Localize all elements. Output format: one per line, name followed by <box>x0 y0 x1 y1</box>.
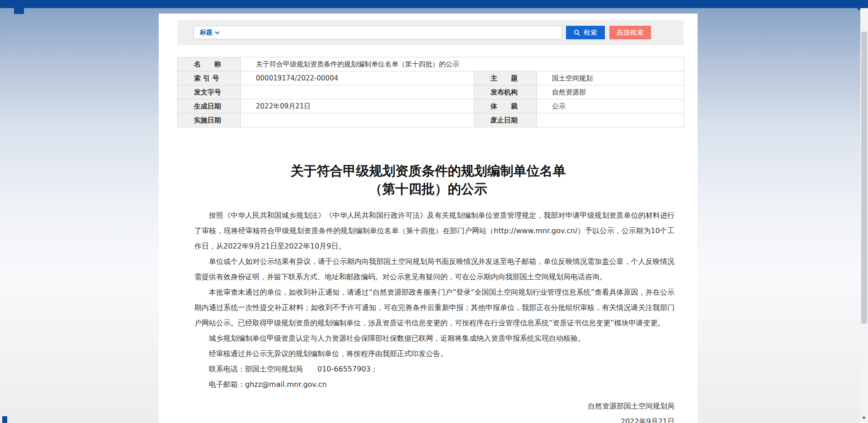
table-row: 实施日期 废止日期 <box>178 113 684 127</box>
meta-value-subject: 国土空间规划 <box>537 71 684 85</box>
meta-label-name: 名 称 <box>178 57 241 71</box>
meta-value-abolish-date <box>537 113 684 127</box>
table-row: 索 引 号 000019174/2022-00004 主 题 国土空间规划 <box>178 71 684 85</box>
paragraph: 单位或个人如对公示结果有异议，请于公示期内向我部国土空间规划局书面反映情况并发送… <box>194 254 675 285</box>
meta-value-genre: 公示 <box>537 99 684 113</box>
paragraph: 本批审查未通过的单位，如收到补正通知，请通过“自然资源部政务服务门户”登录“全国… <box>194 285 675 331</box>
meta-value-index: 000019174/2022-00004 <box>241 71 474 85</box>
search-field-label: 标题 <box>200 28 212 37</box>
page-title-line2: （第十四批）的公示 <box>159 180 698 198</box>
page-title-line1: 关于符合甲级规划资质条件的规划编制单位名单 <box>159 162 698 180</box>
meta-label-created-date: 生成日期 <box>178 99 241 113</box>
paragraph: 经审核通过并公示无异议的规划编制单位，将按程序由我部正式印发公告。 <box>194 346 675 362</box>
signature-date: 2022年9月21日 <box>194 414 675 423</box>
search-button-label: 检索 <box>584 28 597 37</box>
meta-label-doc-number: 发文字号 <box>178 85 241 99</box>
signature-block: 自然资源部国土空间规划局 2022年9月21日 <box>194 399 675 423</box>
top-navy-bar <box>0 0 868 8</box>
content-panel: 标题 检索 高级检索 名 称 关于符合甲级规划资质条件的规划编制单位名单（第十四… <box>159 14 698 423</box>
table-row: 名 称 关于符合甲级规划资质条件的规划编制单位名单（第十四批）的公示 <box>178 57 684 71</box>
meta-label-publisher: 发布机构 <box>474 85 537 99</box>
window-artifact-top-left <box>14 4 24 14</box>
paragraph: 城乡规划编制单位甲级资质认定与人力资源社会保障部社保数据已联网，近期将集成纳入资… <box>194 331 675 346</box>
meta-value-publisher: 自然资源部 <box>537 85 684 99</box>
contact-email-line: 电子邮箱：ghzz@mail.mnr.gov.cn <box>194 377 675 392</box>
meta-label-abolish-date: 废止日期 <box>474 113 537 127</box>
document-body: 按照《中华人民共和国城乡规划法》《中华人民共和国行政许可法》及有关规划编制单位资… <box>194 208 675 423</box>
table-row: 发文字号 发布机构 自然资源部 <box>178 85 684 99</box>
meta-label-index: 索 引 号 <box>178 71 241 85</box>
scrollbar-down-arrow-icon[interactable] <box>862 417 866 419</box>
search-button[interactable]: 检索 <box>566 26 605 39</box>
meta-value-effective-date <box>241 113 474 127</box>
meta-label-effective-date: 实施日期 <box>178 113 241 127</box>
advanced-search-label: 高级检索 <box>617 28 644 37</box>
meta-label-genre: 体 裁 <box>474 99 537 113</box>
signature-org: 自然资源部国土空间规划局 <box>194 399 675 414</box>
meta-value-name: 关于符合甲级规划资质条件的规划编制单位名单（第十四批）的公示 <box>241 57 684 71</box>
meta-value-created-date: 2022年09月21日 <box>241 99 474 113</box>
search-field-dropdown[interactable]: 标题 <box>194 28 220 37</box>
vertical-scrollbar[interactable] <box>860 8 868 423</box>
search-input[interactable]: 标题 <box>193 26 562 39</box>
paragraph: 按照《中华人民共和国城乡规划法》《中华人民共和国行政许可法》及有关规划编制单位资… <box>194 208 675 254</box>
chevron-down-icon <box>215 31 220 34</box>
meta-label-subject: 主 题 <box>474 71 537 85</box>
page-title: 关于符合甲级规划资质条件的规划编制单位名单 （第十四批）的公示 <box>159 162 698 198</box>
contact-phone-line: 联系电话：部国土空间规划局 010-66557903； <box>194 362 675 377</box>
advanced-search-button[interactable]: 高级检索 <box>609 26 651 39</box>
table-row: 生成日期 2022年09月21日 体 裁 公示 <box>178 99 684 113</box>
scrollbar-thumb[interactable] <box>861 32 867 324</box>
window-artifact-bottom-left <box>2 416 7 423</box>
document-metadata-table: 名 称 关于符合甲级规划资质条件的规划编制单位名单（第十四批）的公示 索 引 号… <box>177 57 684 127</box>
search-bar: 标题 检索 高级检索 <box>177 20 684 45</box>
meta-value-doc-number <box>241 85 474 99</box>
search-icon <box>574 29 580 36</box>
